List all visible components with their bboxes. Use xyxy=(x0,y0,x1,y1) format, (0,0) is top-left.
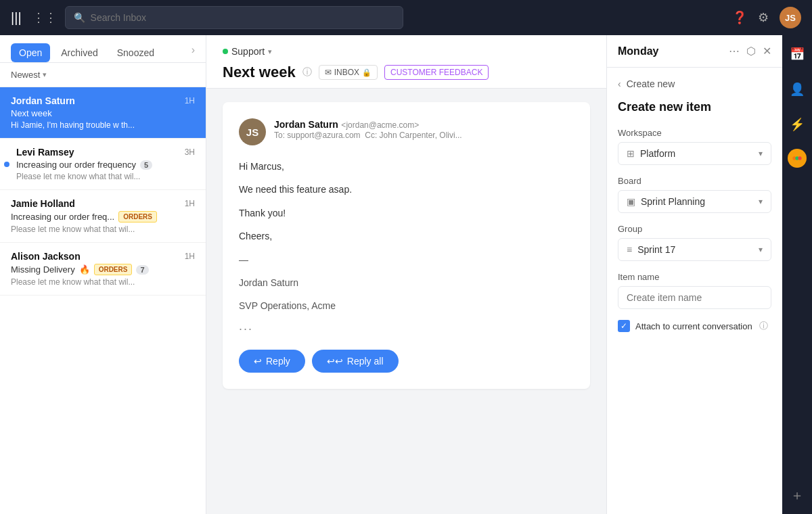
tabs-arrow[interactable]: › xyxy=(191,44,195,62)
calendar-icon[interactable]: 📅 xyxy=(786,43,808,65)
item-preview: Please let me know what that wil... xyxy=(11,225,195,234)
board-chevron-icon: ▾ xyxy=(759,197,763,206)
fire-icon: 🔥 xyxy=(79,264,90,275)
item-name-group: Item name xyxy=(618,272,771,309)
sender-avatar: JS xyxy=(239,118,266,145)
inbox-sidebar: Open Archived Snoozed › Newest ▾ Jordan … xyxy=(0,35,206,514)
avatar[interactable]: JS xyxy=(780,7,801,28)
item-time: 3H xyxy=(185,147,195,157)
workspace-chevron-icon: ▾ xyxy=(759,149,763,158)
reply-label: Reply xyxy=(266,356,290,367)
sender-name: Jamie Holland xyxy=(11,198,75,209)
item-preview: Hi Jamie, I'm having trouble w th... xyxy=(11,120,195,130)
sender-full-name: Jordan Saturn xyxy=(274,119,338,130)
item-preview: Please let me know what that wil... xyxy=(11,277,195,287)
inbox-item-levi[interactable]: Levi Ramsey 3H Increasing our order freq… xyxy=(0,139,206,190)
count-badge: 5 xyxy=(140,160,152,170)
sender-row: JS Jordan Saturn <jordan@acme.com> To: s… xyxy=(239,118,574,145)
attach-checkbox[interactable]: ✓ xyxy=(618,320,630,332)
more-options-icon[interactable]: ⋯ xyxy=(729,45,740,57)
close-icon[interactable]: ✕ xyxy=(763,45,771,57)
group-select[interactable]: ≡ Sprint 17 ▾ xyxy=(618,238,771,261)
board-value: Sprint Planning xyxy=(641,196,753,207)
group-group: Group ≡ Sprint 17 ▾ xyxy=(618,224,771,261)
inbox-item-jamie[interactable]: Jamie Holland 1H Increasing our order fr… xyxy=(0,190,206,243)
count-badge: 7 xyxy=(136,265,148,275)
reply-arrow-icon: ↩ xyxy=(254,356,262,367)
support-tag[interactable]: Support ▾ xyxy=(223,46,272,57)
reply-button[interactable]: ↩ Reply xyxy=(239,350,305,373)
item-name-label: Item name xyxy=(618,272,771,282)
email-body-area: JS Jordan Saturn <jordan@acme.com> To: s… xyxy=(206,89,606,514)
back-label: Create new xyxy=(627,78,675,89)
avatar-initials: JS xyxy=(246,126,258,138)
search-bar: 🔍 xyxy=(65,6,403,29)
sender-name: Jordan Saturn xyxy=(11,95,75,106)
board-label: Board xyxy=(618,176,771,186)
menu-dots[interactable]: ⋮⋮ xyxy=(32,10,57,25)
search-input[interactable] xyxy=(91,12,394,23)
item-name-input[interactable] xyxy=(618,286,771,309)
email-header: Support ▾ Next week ⓘ ✉ INBOX 🔒 CUSTOMER… xyxy=(206,35,606,89)
reply-actions: ↩ Reply ↩↩ Reply all xyxy=(239,350,574,373)
open-external-icon[interactable]: ⬡ xyxy=(746,45,756,57)
workflow-icon[interactable]: ⚡ xyxy=(786,114,808,135)
sig-name: Jordan Saturn xyxy=(239,275,574,290)
attach-label: Attach to current conversation xyxy=(635,321,752,331)
help-icon[interactable]: ❓ xyxy=(732,10,747,25)
checkmark-icon: ✓ xyxy=(621,321,627,331)
panel-content: ‹ Create new Create new item Workspace ⊞… xyxy=(607,68,782,514)
monday-app-icon[interactable] xyxy=(788,149,807,168)
contacts-icon[interactable]: 👤 xyxy=(786,78,808,100)
item-subject: Next week xyxy=(11,108,52,118)
sort-arrow-icon: ▾ xyxy=(43,70,47,79)
inbox-item-alison[interactable]: Alison Jackson 1H Missing Delivery 🔥 ORD… xyxy=(0,243,206,296)
attach-info-icon[interactable]: ⓘ xyxy=(759,320,768,332)
svg-point-2 xyxy=(798,156,801,160)
cf-badge: CUSTOMER FEEDBACK xyxy=(384,65,489,80)
topbar-right: ❓ ⚙ JS xyxy=(732,7,801,28)
inbox-item-jordan[interactable]: Jordan Saturn 1H Next week Hi Jamie, I'm… xyxy=(0,87,206,139)
attach-row: ✓ Attach to current conversation ⓘ xyxy=(618,320,771,332)
tab-snoozed[interactable]: Snoozed xyxy=(109,43,162,62)
lock-icon: 🔒 xyxy=(362,68,371,77)
info-icon[interactable]: ⓘ xyxy=(302,66,312,78)
group-label: Group xyxy=(618,224,771,234)
email-thread-dots[interactable]: ··· xyxy=(239,322,574,336)
board-group: Board ▣ Sprint Planning ▾ xyxy=(618,176,771,213)
inbox-label: INBOX xyxy=(334,68,359,77)
back-row[interactable]: ‹ Create new xyxy=(618,78,771,89)
main-area: Open Archived Snoozed › Newest ▾ Jordan … xyxy=(0,35,812,514)
right-panel: Monday ⋯ ⬡ ✕ ‹ Create new Create new ite… xyxy=(606,35,782,514)
panel-day-label: Monday xyxy=(618,45,658,57)
sender-to-line: To: support@azura.com Cc: John Carpenter… xyxy=(274,131,574,140)
create-item-title: Create new item xyxy=(618,100,771,114)
board-select[interactable]: ▣ Sprint Planning ▾ xyxy=(618,190,771,213)
item-subject: Increasing our order freq... xyxy=(11,212,114,222)
group-chevron-icon: ▾ xyxy=(759,245,763,254)
app-logo: ||| xyxy=(11,10,22,26)
reply-all-button[interactable]: ↩↩ Reply all xyxy=(312,350,399,373)
tab-open[interactable]: Open xyxy=(11,43,50,62)
email-closing: Thank you! xyxy=(239,206,574,220)
email-content: Support ▾ Next week ⓘ ✉ INBOX 🔒 CUSTOMER… xyxy=(206,35,606,514)
workspace-select[interactable]: ⊞ Platform ▾ xyxy=(618,142,771,165)
email-title: Next week xyxy=(223,64,296,81)
inbox-sort[interactable]: Newest ▾ xyxy=(0,63,206,87)
inbox-tabs: Open Archived Snoozed › xyxy=(0,35,206,63)
workspace-label: Workspace xyxy=(618,128,771,138)
email-greeting: Hi Marcus, xyxy=(239,159,574,174)
email-cheers: Cheers, xyxy=(239,229,574,243)
board-icon: ▣ xyxy=(627,196,635,207)
inbox-badge: ✉ INBOX 🔒 xyxy=(319,65,378,80)
grid-icon: ⊞ xyxy=(627,148,635,159)
workspace-value: Platform xyxy=(640,148,753,159)
reply-all-label: Reply all xyxy=(347,356,384,367)
add-integration-icon[interactable]: ＋ xyxy=(786,484,808,506)
item-subject: Increasing our order frequency xyxy=(16,160,136,170)
tab-archived[interactable]: Archived xyxy=(53,43,106,62)
settings-icon[interactable]: ⚙ xyxy=(758,10,769,25)
right-icon-bar: 📅 👤 ⚡ ＋ xyxy=(782,35,812,514)
orders-badge: ORDERS xyxy=(94,264,133,275)
item-time: 1H xyxy=(185,252,195,261)
